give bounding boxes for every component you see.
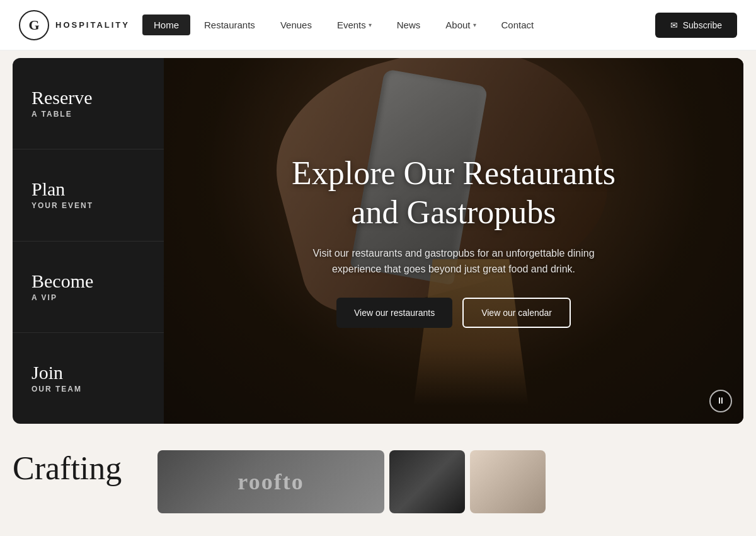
sidebar-nav: Reserve A TABLE Plan YOUR EVENT Become A… — [13, 58, 164, 424]
hero-wrapper: Reserve A TABLE Plan YOUR EVENT Become A… — [13, 58, 743, 424]
nav-contact[interactable]: Contact — [490, 15, 546, 35]
sidebar-item-reserve[interactable]: Reserve A TABLE — [13, 58, 164, 149]
nav-about[interactable]: About ▾ — [434, 15, 487, 35]
reserve-label: A TABLE — [32, 110, 145, 119]
nav-home[interactable]: Home — [142, 15, 190, 35]
nav-venues[interactable]: Venues — [269, 15, 323, 35]
sidebar-item-become[interactable]: Become A VIP — [13, 242, 164, 333]
become-script: Become — [32, 272, 145, 291]
logo-text: HOSPITALITY — [55, 20, 130, 30]
rooftop-label: roofto — [238, 469, 304, 495]
join-script: Join — [32, 363, 145, 382]
bottom-images: roofto — [158, 450, 743, 513]
crafting-heading: Crafting — [13, 450, 139, 486]
restaurant-image-3 — [470, 450, 546, 513]
logo-letter: G — [28, 17, 39, 33]
become-label: A VIP — [32, 293, 145, 302]
logo-link[interactable]: G HOSPITALITY — [19, 10, 130, 40]
pause-button[interactable]: ⏸ — [709, 390, 732, 412]
bottom-section: Crafting roofto — [0, 431, 756, 513]
subscribe-button[interactable]: ✉ Subscribe — [655, 13, 737, 38]
nav-news[interactable]: News — [386, 15, 432, 35]
sidebar-item-join[interactable]: Join OUR TEAM — [13, 333, 164, 424]
hero-title: Explore Our Restaurants and Gastropubs — [222, 154, 685, 233]
hero-image-area: Explore Our Restaurants and Gastropubs V… — [164, 58, 743, 424]
plan-label: YOUR EVENT — [32, 201, 145, 210]
reserve-script: Reserve — [32, 88, 145, 107]
sidebar-item-plan[interactable]: Plan YOUR EVENT — [13, 149, 164, 241]
hero-content: Explore Our Restaurants and Gastropubs V… — [222, 154, 685, 328]
pause-icon: ⏸ — [716, 396, 725, 406]
join-label: OUR TEAM — [32, 385, 145, 393]
rooftop-image: roofto — [158, 450, 384, 513]
restaurant-image-2 — [389, 450, 465, 513]
hero-buttons: View our restaurants View our calendar — [222, 298, 685, 328]
about-chevron-icon: ▾ — [473, 21, 476, 28]
hero-subtitle: Visit our restaurants and gastropubs for… — [296, 245, 611, 277]
events-chevron-icon: ▾ — [369, 21, 372, 28]
view-restaurants-button[interactable]: View our restaurants — [336, 298, 452, 328]
envelope-icon: ✉ — [670, 20, 678, 30]
plan-script: Plan — [32, 180, 145, 199]
logo-circle: G — [19, 10, 49, 40]
nav-links: Home Restaurants Venues Events ▾ News Ab… — [142, 15, 655, 35]
nav-events[interactable]: Events ▾ — [326, 15, 383, 35]
nav-restaurants[interactable]: Restaurants — [193, 15, 266, 35]
view-calendar-button[interactable]: View our calendar — [462, 298, 571, 328]
navbar: G HOSPITALITY Home Restaurants Venues Ev… — [0, 0, 756, 50]
